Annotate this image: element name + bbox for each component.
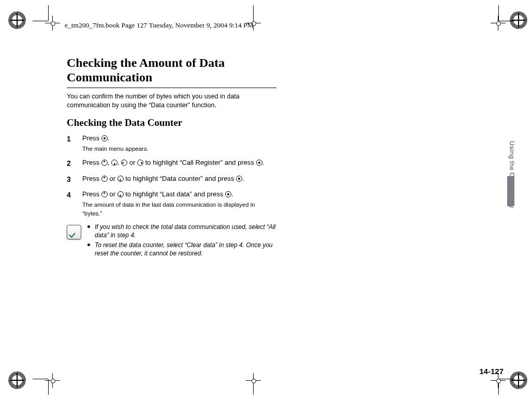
step-text: to highlight “Last data” and press — [124, 190, 226, 198]
nav-up-icon — [101, 176, 108, 182]
step-text: Press — [82, 134, 101, 142]
step-text: , — [117, 159, 121, 166]
divider — [67, 88, 276, 88]
step-1: 1 Press . The main menu appears. — [67, 134, 276, 153]
page-number: 14-127 — [479, 367, 504, 376]
nav-right-icon — [137, 160, 143, 166]
step-4: 4 Press or to highlight “Last data” and … — [67, 190, 276, 218]
page-frame: e_tm200_7fm.book Page 127 Tuesday, Novem… — [33, 5, 514, 395]
bullet-icon — [87, 241, 95, 257]
step-number: 3 — [67, 174, 82, 184]
nav-center-icon — [256, 160, 262, 166]
content-column: Checking the Amount of Data Communicatio… — [67, 56, 276, 259]
page-title: Checking the Amount of Data Communicatio… — [67, 56, 276, 84]
nav-center-icon — [236, 176, 242, 182]
step-number: 1 — [67, 134, 82, 153]
nav-center-icon — [225, 191, 231, 197]
nav-down-icon — [111, 160, 117, 166]
nav-down-icon — [117, 176, 124, 182]
note-box: If you wish to check the total data comm… — [67, 223, 276, 259]
page-header: e_tm200_7fm.book Page 127 Tuesday, Novem… — [65, 21, 254, 30]
step-3: 3 Press or to highlight “Data counter” a… — [67, 174, 276, 184]
reg-mark-icon — [8, 11, 26, 29]
step-number: 4 — [67, 190, 82, 218]
step-text: . — [242, 175, 244, 182]
nav-down-icon — [117, 191, 124, 197]
bullet-icon — [87, 223, 95, 239]
subheading: Checking the Data Counter — [67, 117, 276, 128]
step-text: . — [262, 159, 264, 166]
step-subtext: The main menu appears. — [82, 145, 276, 153]
nav-up-icon — [101, 191, 108, 197]
intro-text: You can confirm the number of bytes whic… — [67, 92, 276, 110]
side-tab: Using the Call History — [507, 176, 514, 316]
step-text: or — [108, 190, 117, 198]
step-number: 2 — [67, 158, 82, 168]
nav-center-icon — [101, 135, 108, 141]
step-text: or — [108, 175, 117, 182]
side-tab-label: Using the Call History — [508, 141, 515, 208]
step-2: 2 Press , , or to highlight “Call Regist… — [67, 158, 276, 168]
note-text: If you wish to check the total data comm… — [95, 223, 276, 239]
nav-up-icon — [101, 160, 108, 166]
note-text: To reset the data counter, select “Clear… — [95, 241, 276, 257]
step-text: to highlight “Call Register” and press — [143, 159, 256, 166]
reg-mark-icon — [8, 371, 26, 389]
step-subtext: The amount of data in the last data comm… — [82, 200, 276, 218]
step-text: Press — [82, 159, 101, 166]
step-text: Press — [82, 190, 101, 198]
step-text: . — [108, 134, 110, 142]
step-text: or — [127, 159, 137, 166]
nav-left-icon — [121, 160, 127, 166]
step-text: , — [108, 159, 111, 166]
step-text: . — [231, 190, 233, 198]
check-icon — [67, 225, 81, 239]
step-text: to highlight “Data counter” and press — [124, 175, 237, 182]
step-text: Press — [82, 175, 101, 182]
